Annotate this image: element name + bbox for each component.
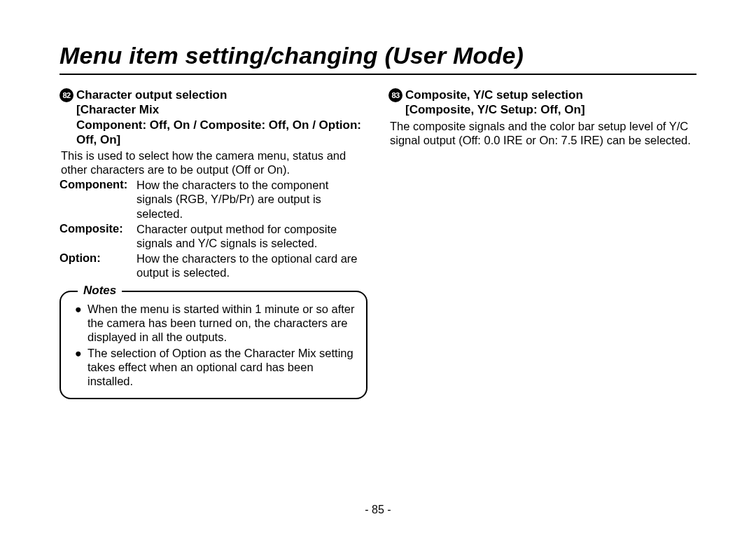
content-columns: 82 Character output selection [Character…: [59, 88, 696, 399]
def-component: Component: How the characters to the com…: [59, 178, 368, 220]
section-82-bracket-line2: Component: Off, On / Composite: Off, On …: [76, 118, 368, 148]
circled-number-83-icon: 83: [388, 88, 402, 102]
bullet-icon: ●: [75, 302, 82, 344]
note-text: When the menu is started within 1 minute…: [88, 302, 355, 344]
notes-label: Notes: [78, 284, 122, 298]
section-83-title: Composite, Y/C setup selection: [405, 88, 585, 102]
def-desc: How the characters to the component sign…: [136, 178, 368, 220]
def-desc: Character output method for composite si…: [136, 222, 368, 250]
note-item-2: ● The selection of Option as the Charact…: [75, 346, 355, 388]
section-82-title: Character output selection: [76, 88, 368, 102]
section-83-heading: 83 Composite, Y/C setup selection [Compo…: [388, 88, 696, 118]
def-term: Composite:: [59, 222, 131, 250]
page-number: - 85 -: [0, 504, 756, 516]
circled-number-82-icon: 82: [59, 88, 74, 102]
right-column: 83 Composite, Y/C setup selection [Compo…: [388, 88, 696, 399]
section-83-body: The composite signals and the color bar …: [388, 119, 696, 147]
def-option: Option: How the characters to the option…: [59, 251, 368, 279]
section-82-heading: 82 Character output selection [Character…: [59, 88, 368, 147]
def-term: Component:: [59, 178, 131, 220]
def-desc: How the characters to the optional card …: [136, 251, 368, 279]
notes-box: Notes ● When the menu is started within …: [59, 291, 368, 399]
note-text: The selection of Option as the Character…: [88, 346, 355, 388]
section-83-bracket: [Composite, Y/C Setup: Off, On]: [405, 102, 585, 117]
def-composite: Composite: Character output method for c…: [59, 222, 368, 250]
note-item-1: ● When the menu is started within 1 minu…: [75, 302, 355, 344]
bullet-icon: ●: [75, 346, 82, 388]
def-term: Option:: [59, 251, 131, 279]
section-82-intro: This is used to select how the camera me…: [59, 148, 368, 176]
page-title: Menu item setting/changing (User Mode): [59, 42, 696, 75]
left-column: 82 Character output selection [Character…: [59, 88, 368, 399]
section-82-bracket-line1: [Character Mix: [76, 102, 368, 117]
